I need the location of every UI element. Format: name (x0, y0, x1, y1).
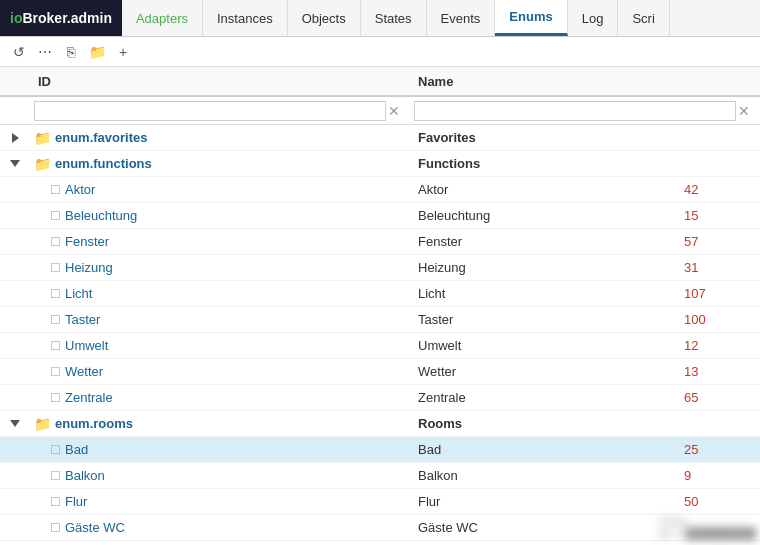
more-button[interactable]: ⋯ (34, 41, 56, 63)
document-icon: ☐ (50, 443, 61, 457)
row-name-cell: Rooms (410, 416, 680, 431)
row-id-link[interactable]: enum.functions (55, 156, 152, 171)
document-icon: ☐ (50, 339, 61, 353)
filter-name-clear[interactable]: ✕ (738, 103, 750, 119)
table-row[interactable]: ☐BeleuchtungBeleuchtung15 (0, 203, 760, 229)
row-id-link[interactable]: Aktor (65, 182, 95, 197)
collapse-icon[interactable] (10, 420, 20, 427)
row-name-cell: Favorites (410, 130, 680, 145)
tab-log[interactable]: Log (568, 0, 619, 36)
id-column-header: ID (30, 74, 410, 89)
table-row[interactable]: ☐WetterWetter13 (0, 359, 760, 385)
row-id-cell: ☐Bad (30, 442, 410, 457)
row-id-link[interactable]: Heizung (65, 260, 113, 275)
row-id-link[interactable]: Balkon (65, 468, 105, 483)
table-row[interactable]: 📁enum.favoritesFavorites (0, 125, 760, 151)
document-icon: ☐ (50, 209, 61, 223)
table-row[interactable]: ☐TasterTaster100 (0, 307, 760, 333)
table-row[interactable]: ☐ZentraleZentrale65 (0, 385, 760, 411)
row-id-cell: ☐Gäste WC (30, 520, 410, 535)
document-icon: ☐ (50, 365, 61, 379)
row-id-cell: 📁enum.rooms (30, 416, 410, 432)
nav-tabs: Adapters Instances Objects States Events… (122, 0, 670, 36)
app-container: ioBroker.admin Adapters Instances Object… (0, 0, 760, 545)
row-expander[interactable] (0, 160, 30, 167)
row-count-cell: 57 (680, 234, 760, 249)
collapse-icon[interactable] (10, 160, 20, 167)
table-row[interactable]: ☐FensterFenster57 (0, 229, 760, 255)
row-name-cell: Bad (410, 442, 680, 457)
row-count-cell: (1)hm-rpc.0.█████████ (654, 515, 760, 540)
blurred-count: (1)hm-rpc.0.█████████ (658, 515, 756, 539)
row-count-cell: 50 (680, 494, 760, 509)
table-row[interactable]: ☐Gäste WCGäste WC(1)hm-rpc.0.█████████ (0, 515, 760, 541)
tab-instances[interactable]: Instances (203, 0, 288, 36)
row-id-link[interactable]: Bad (65, 442, 88, 457)
table-row[interactable]: ☐LichtLicht107 (0, 281, 760, 307)
document-icon: ☐ (50, 313, 61, 327)
table-body: 📁enum.favoritesFavorites📁enum.functionsF… (0, 125, 760, 545)
row-id-link[interactable]: Beleuchtung (65, 208, 137, 223)
row-id-link[interactable]: Gäste WC (65, 520, 125, 535)
tab-scri[interactable]: Scri (618, 0, 669, 36)
row-id-cell: ☐Aktor (30, 182, 410, 197)
row-name-cell: Heizung (410, 260, 680, 275)
row-id-cell: 📁enum.favorites (30, 130, 410, 146)
table-row[interactable]: ☐FlurFlur50 (0, 489, 760, 515)
row-id-link[interactable]: Fenster (65, 234, 109, 249)
tab-objects[interactable]: Objects (288, 0, 361, 36)
table-row[interactable]: ☐BadBad25 (0, 437, 760, 463)
table-row[interactable]: 📁enum.functionsFunctions (0, 151, 760, 177)
row-expander[interactable] (0, 133, 30, 143)
table-row[interactable]: ☐AktorAktor42 (0, 177, 760, 203)
row-id-cell: ☐Zentrale (30, 390, 410, 405)
table-row[interactable]: ☐KabinetKabinet24 (0, 541, 760, 545)
folder-button[interactable]: 📁 (86, 41, 108, 63)
filter-name-input[interactable] (414, 101, 736, 121)
folder-icon: 📁 (34, 156, 51, 172)
row-id-cell: ☐Licht (30, 286, 410, 301)
copy-button[interactable]: ⎘ (60, 41, 82, 63)
tab-enums[interactable]: Enums (495, 0, 567, 36)
table-row[interactable]: ☐HeizungHeizung31 (0, 255, 760, 281)
row-count-cell: 15 (680, 208, 760, 223)
column-headers: ID Name (0, 67, 760, 97)
row-name-cell: Flur (410, 494, 680, 509)
document-icon: ☐ (50, 391, 61, 405)
add-button[interactable]: + (112, 41, 134, 63)
filter-id-input[interactable] (34, 101, 386, 121)
row-id-cell: ☐Beleuchtung (30, 208, 410, 223)
row-id-link[interactable]: Licht (65, 286, 92, 301)
document-icon: ☐ (50, 495, 61, 509)
row-id-cell: ☐Umwelt (30, 338, 410, 353)
row-id-link[interactable]: Flur (65, 494, 87, 509)
table-row[interactable]: ☐UmweltUmwelt12 (0, 333, 760, 359)
row-count-cell: 25 (680, 442, 760, 457)
row-id-cell: ☐Flur (30, 494, 410, 509)
tab-states[interactable]: States (361, 0, 427, 36)
row-name-cell: Balkon (410, 468, 680, 483)
refresh-button[interactable]: ↺ (8, 41, 30, 63)
tab-events[interactable]: Events (427, 0, 496, 36)
row-name-cell: Zentrale (410, 390, 680, 405)
row-id-link[interactable]: enum.favorites (55, 130, 147, 145)
row-count-cell: 9 (680, 468, 760, 483)
row-count-cell: 100 (680, 312, 760, 327)
row-id-link[interactable]: Umwelt (65, 338, 108, 353)
table-row[interactable]: ☐BalkonBalkon9 (0, 463, 760, 489)
filter-id-clear[interactable]: ✕ (388, 103, 400, 119)
expand-icon[interactable] (12, 133, 19, 143)
row-name-cell: Wetter (410, 364, 680, 379)
table-row[interactable]: 📁enum.roomsRooms (0, 411, 760, 437)
row-count-cell: 31 (680, 260, 760, 275)
row-id-link[interactable]: Taster (65, 312, 100, 327)
row-id-link[interactable]: Zentrale (65, 390, 113, 405)
row-name-cell: Fenster (410, 234, 680, 249)
row-id-link[interactable]: enum.rooms (55, 416, 133, 431)
tab-adapters[interactable]: Adapters (122, 0, 203, 36)
row-expander[interactable] (0, 420, 30, 427)
row-name-cell: Functions (410, 156, 680, 171)
row-id-link[interactable]: Wetter (65, 364, 103, 379)
row-name-cell: Aktor (410, 182, 680, 197)
row-count-cell: 107 (680, 286, 760, 301)
